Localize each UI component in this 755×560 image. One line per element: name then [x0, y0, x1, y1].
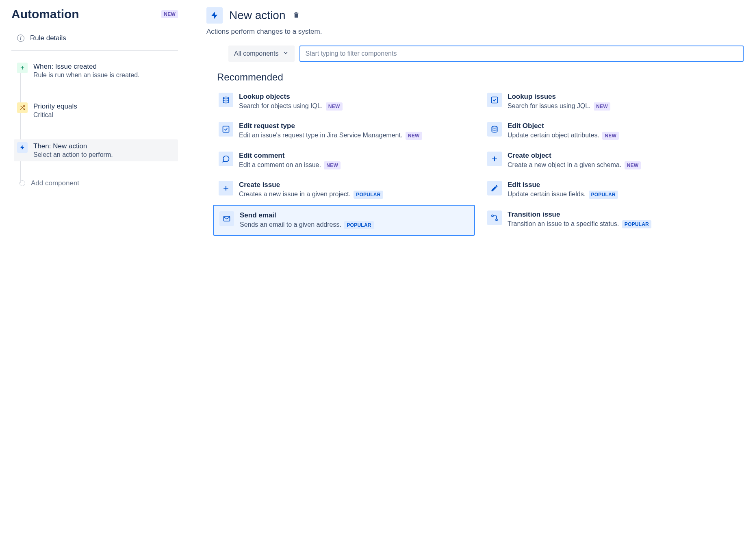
shuffle-icon: [17, 102, 28, 113]
action-card-desc: Transition an issue to a specific status…: [508, 219, 651, 228]
chevron-down-icon: [282, 50, 289, 58]
mail-icon: [219, 211, 234, 226]
add-component-label: Add component: [31, 179, 79, 187]
action-badge: NEW: [324, 161, 341, 169]
action-card[interactable]: Lookup issues Search for issues using JQ…: [482, 87, 744, 116]
rule-details-item[interactable]: i Rule details: [11, 33, 178, 51]
dropdown-label: All components: [234, 50, 278, 57]
action-card-desc: Edit a comment on an issue. NEW: [239, 161, 341, 169]
action-card-desc: Search for issues using JQL. NEW: [508, 102, 610, 111]
lightning-icon: [206, 7, 223, 24]
action-badge: NEW: [625, 161, 641, 169]
condition-desc: Critical: [33, 111, 175, 119]
action-card-title: Send email: [240, 211, 374, 219]
pencil-icon: [487, 181, 502, 195]
checkbox-icon: [219, 122, 233, 137]
action-card-desc: Creates a new issue in a given project. …: [239, 190, 383, 199]
action-card-title: Transition issue: [508, 211, 651, 219]
action-card-desc: Update certain object attributes. NEW: [508, 131, 619, 140]
checkbox-icon: [487, 93, 502, 107]
condition-step[interactable]: Priority equals Critical: [14, 100, 178, 122]
action-card-title: Lookup issues: [508, 93, 610, 101]
action-badge: NEW: [602, 132, 619, 140]
action-card-title: Edit Object: [508, 122, 619, 130]
action-card-desc: Create a new object in a given schema. N…: [508, 161, 641, 169]
new-badge: NEW: [161, 10, 178, 18]
action-card-title: Edit issue: [508, 181, 618, 189]
action-card[interactable]: Edit request type Edit an issue's reques…: [213, 116, 475, 145]
action-badge: NEW: [326, 102, 343, 111]
database-icon: [487, 122, 502, 137]
condition-title: Priority equals: [33, 102, 175, 111]
action-card[interactable]: Create object Create a new object in a g…: [482, 146, 744, 175]
action-badge: NEW: [594, 102, 610, 111]
action-badge: NEW: [406, 132, 422, 140]
plus-icon: [487, 152, 502, 166]
action-card-desc: Update certain issue fields. POPULAR: [508, 190, 618, 199]
action-title: Then: New action: [33, 142, 175, 150]
action-desc: Select an action to perform.: [33, 151, 175, 158]
add-component-button[interactable]: Add component: [14, 179, 178, 187]
transition-icon: [487, 211, 502, 225]
action-card[interactable]: Send email Sends an email to a given add…: [213, 205, 475, 236]
action-badge: POPULAR: [589, 191, 618, 199]
action-card[interactable]: Create issue Creates a new issue in a gi…: [213, 175, 475, 204]
rule-details-label: Rule details: [30, 34, 66, 42]
action-card-title: Create issue: [239, 181, 383, 189]
trigger-step[interactable]: When: Issue created Rule is run when an …: [14, 60, 178, 82]
action-card[interactable]: Transition issue Transition an issue to …: [482, 205, 744, 236]
trigger-title: When: Issue created: [33, 63, 175, 71]
main-subtitle: Actions perform changes to a system.: [206, 28, 744, 36]
info-icon: i: [17, 35, 24, 42]
action-badge: POPULAR: [622, 220, 651, 228]
trigger-desc: Rule is run when an issue is created.: [33, 72, 175, 79]
trash-icon: [292, 11, 300, 19]
timeline-line: [20, 70, 21, 183]
comment-icon: [219, 152, 233, 166]
plus-icon: [219, 181, 233, 195]
lightning-icon: [17, 142, 28, 153]
action-card-title: Create object: [508, 152, 641, 160]
action-badge: POPULAR: [354, 191, 383, 199]
section-title: Recommended: [217, 72, 744, 83]
action-card[interactable]: Lookup objects Search for objects using …: [213, 87, 475, 116]
action-step[interactable]: Then: New action Select an action to per…: [14, 139, 178, 161]
action-card[interactable]: Edit Object Update certain object attrib…: [482, 116, 744, 145]
action-card-title: Edit request type: [239, 122, 422, 130]
search-input[interactable]: [299, 46, 744, 62]
action-card-desc: Edit an issue's request type in Jira Ser…: [239, 131, 422, 140]
plus-icon: [17, 63, 28, 73]
action-card[interactable]: Edit issue Update certain issue fields. …: [482, 175, 744, 204]
action-card[interactable]: Edit comment Edit a comment on an issue.…: [213, 146, 475, 175]
delete-button[interactable]: [292, 11, 300, 20]
main-title: New action: [229, 9, 286, 22]
page-title: Automation: [11, 7, 79, 21]
database-icon: [219, 93, 233, 107]
action-badge: POPULAR: [344, 221, 373, 229]
action-card-desc: Search for objects using IQL. NEW: [239, 102, 343, 111]
action-card-title: Edit comment: [239, 152, 341, 160]
components-dropdown[interactable]: All components: [228, 46, 295, 62]
action-card-title: Lookup objects: [239, 93, 343, 101]
action-card-desc: Sends an email to a given address. POPUL…: [240, 220, 374, 229]
